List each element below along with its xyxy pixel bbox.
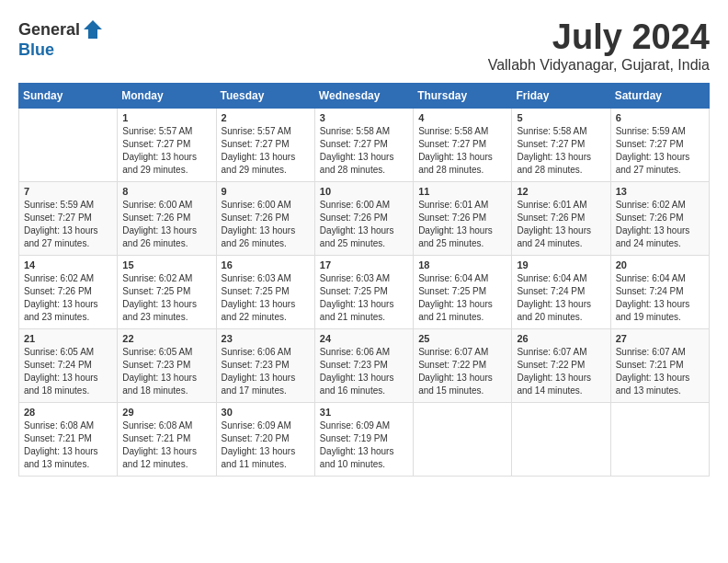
day-number: 7: [24, 186, 112, 197]
day-number: 8: [122, 186, 210, 197]
day-number: 11: [418, 186, 506, 197]
day-number: 13: [616, 186, 704, 197]
calendar-cell: 7Sunrise: 5:59 AM Sunset: 7:27 PM Daylig…: [19, 181, 118, 255]
calendar-cell: 18Sunrise: 6:04 AM Sunset: 7:25 PM Dayli…: [414, 255, 512, 328]
calendar-cell: 30Sunrise: 6:09 AM Sunset: 7:20 PM Dayli…: [216, 402, 314, 476]
calendar-cell: 25Sunrise: 6:07 AM Sunset: 7:22 PM Dayli…: [414, 328, 512, 402]
logo-general-text: General: [18, 20, 80, 40]
calendar-cell: 10Sunrise: 6:00 AM Sunset: 7:26 PM Dayli…: [314, 181, 413, 255]
calendar-cell: 19Sunrise: 6:04 AM Sunset: 7:24 PM Dayli…: [512, 255, 610, 328]
location-text: Vallabh Vidyanagar, Gujarat, India: [488, 57, 710, 74]
day-info: Sunrise: 5:59 AM Sunset: 7:27 PM Dayligh…: [616, 125, 704, 177]
calendar-cell: 23Sunrise: 6:06 AM Sunset: 7:23 PM Dayli…: [216, 328, 314, 402]
calendar-cell: 14Sunrise: 6:02 AM Sunset: 7:26 PM Dayli…: [19, 255, 118, 328]
day-info: Sunrise: 5:59 AM Sunset: 7:27 PM Dayligh…: [24, 199, 112, 250]
calendar-week-row: 7Sunrise: 5:59 AM Sunset: 7:27 PM Daylig…: [19, 181, 710, 255]
day-info: Sunrise: 5:58 AM Sunset: 7:27 PM Dayligh…: [418, 125, 506, 177]
column-header-wednesday: Wednesday: [314, 83, 413, 108]
day-number: 3: [320, 112, 408, 123]
day-number: 24: [320, 333, 408, 344]
logo: General Blue: [18, 18, 104, 60]
day-number: 6: [616, 112, 704, 123]
calendar-cell: [610, 402, 709, 476]
day-info: Sunrise: 6:04 AM Sunset: 7:24 PM Dayligh…: [616, 272, 704, 324]
calendar-table: SundayMondayTuesdayWednesdayThursdayFrid…: [18, 83, 710, 477]
page-header: General Blue July 2024 Vallabh Vidyanaga…: [18, 18, 710, 74]
day-number: 17: [320, 259, 408, 270]
day-number: 9: [222, 186, 310, 197]
calendar-cell: 8Sunrise: 6:00 AM Sunset: 7:26 PM Daylig…: [118, 181, 216, 255]
calendar-cell: 2Sunrise: 5:57 AM Sunset: 7:27 PM Daylig…: [216, 108, 314, 181]
day-number: 14: [24, 259, 112, 270]
calendar-cell: [19, 108, 118, 181]
day-number: 28: [24, 407, 112, 418]
day-number: 2: [222, 112, 310, 123]
calendar-cell: 22Sunrise: 6:05 AM Sunset: 7:23 PM Dayli…: [118, 328, 216, 402]
day-info: Sunrise: 6:02 AM Sunset: 7:25 PM Dayligh…: [122, 272, 210, 324]
day-info: Sunrise: 6:07 AM Sunset: 7:22 PM Dayligh…: [418, 346, 506, 397]
day-info: Sunrise: 5:58 AM Sunset: 7:27 PM Dayligh…: [320, 125, 408, 177]
day-info: Sunrise: 6:00 AM Sunset: 7:26 PM Dayligh…: [122, 199, 210, 250]
day-info: Sunrise: 6:07 AM Sunset: 7:21 PM Dayligh…: [616, 346, 704, 397]
calendar-cell: [512, 402, 610, 476]
day-number: 29: [122, 407, 210, 418]
calendar-week-row: 28Sunrise: 6:08 AM Sunset: 7:21 PM Dayli…: [19, 402, 710, 476]
calendar-cell: 15Sunrise: 6:02 AM Sunset: 7:25 PM Dayli…: [118, 255, 216, 328]
day-number: 27: [616, 333, 704, 344]
day-number: 30: [222, 407, 310, 418]
calendar-cell: 11Sunrise: 6:01 AM Sunset: 7:26 PM Dayli…: [414, 181, 512, 255]
day-info: Sunrise: 5:58 AM Sunset: 7:27 PM Dayligh…: [517, 125, 605, 177]
day-info: Sunrise: 6:01 AM Sunset: 7:26 PM Dayligh…: [517, 199, 605, 250]
day-number: 20: [616, 259, 704, 270]
day-number: 23: [222, 333, 310, 344]
day-info: Sunrise: 6:03 AM Sunset: 7:25 PM Dayligh…: [320, 272, 408, 324]
day-info: Sunrise: 6:02 AM Sunset: 7:26 PM Dayligh…: [24, 272, 112, 324]
calendar-cell: 27Sunrise: 6:07 AM Sunset: 7:21 PM Dayli…: [610, 328, 709, 402]
calendar-cell: 1Sunrise: 5:57 AM Sunset: 7:27 PM Daylig…: [118, 108, 216, 181]
calendar-week-row: 14Sunrise: 6:02 AM Sunset: 7:26 PM Dayli…: [19, 255, 710, 328]
day-info: Sunrise: 6:03 AM Sunset: 7:25 PM Dayligh…: [222, 272, 310, 324]
day-info: Sunrise: 6:08 AM Sunset: 7:21 PM Dayligh…: [24, 419, 112, 471]
column-header-saturday: Saturday: [610, 83, 709, 108]
day-info: Sunrise: 6:00 AM Sunset: 7:26 PM Dayligh…: [222, 199, 310, 250]
day-info: Sunrise: 6:09 AM Sunset: 7:20 PM Dayligh…: [222, 419, 310, 471]
day-info: Sunrise: 6:05 AM Sunset: 7:23 PM Dayligh…: [122, 346, 210, 397]
column-header-sunday: Sunday: [19, 83, 118, 108]
day-number: 21: [24, 333, 112, 344]
day-number: 26: [517, 333, 605, 344]
day-info: Sunrise: 6:00 AM Sunset: 7:26 PM Dayligh…: [320, 199, 408, 250]
calendar-cell: 3Sunrise: 5:58 AM Sunset: 7:27 PM Daylig…: [314, 108, 413, 181]
calendar-week-row: 21Sunrise: 6:05 AM Sunset: 7:24 PM Dayli…: [19, 328, 710, 402]
day-info: Sunrise: 6:02 AM Sunset: 7:26 PM Dayligh…: [616, 199, 704, 250]
calendar-cell: 26Sunrise: 6:07 AM Sunset: 7:22 PM Dayli…: [512, 328, 610, 402]
day-info: Sunrise: 5:57 AM Sunset: 7:27 PM Dayligh…: [122, 125, 210, 177]
svg-marker-0: [84, 20, 102, 39]
day-info: Sunrise: 6:04 AM Sunset: 7:25 PM Dayligh…: [418, 272, 506, 324]
calendar-cell: 21Sunrise: 6:05 AM Sunset: 7:24 PM Dayli…: [19, 328, 118, 402]
day-number: 5: [517, 112, 605, 123]
month-title: July 2024: [488, 18, 710, 57]
day-number: 15: [122, 259, 210, 270]
day-number: 18: [418, 259, 506, 270]
day-number: 16: [222, 259, 310, 270]
day-info: Sunrise: 6:05 AM Sunset: 7:24 PM Dayligh…: [24, 346, 112, 397]
day-number: 1: [122, 112, 210, 123]
day-info: Sunrise: 6:06 AM Sunset: 7:23 PM Dayligh…: [320, 346, 408, 397]
day-info: Sunrise: 6:06 AM Sunset: 7:23 PM Dayligh…: [222, 346, 310, 397]
day-info: Sunrise: 6:01 AM Sunset: 7:26 PM Dayligh…: [418, 199, 506, 250]
day-info: Sunrise: 6:07 AM Sunset: 7:22 PM Dayligh…: [517, 346, 605, 397]
title-section: July 2024 Vallabh Vidyanagar, Gujarat, I…: [488, 18, 710, 74]
logo-blue-text: Blue: [18, 40, 54, 60]
calendar-cell: 28Sunrise: 6:08 AM Sunset: 7:21 PM Dayli…: [19, 402, 118, 476]
day-info: Sunrise: 5:57 AM Sunset: 7:27 PM Dayligh…: [222, 125, 310, 177]
column-header-thursday: Thursday: [414, 83, 512, 108]
calendar-header-row: SundayMondayTuesdayWednesdayThursdayFrid…: [19, 83, 710, 108]
calendar-cell: [414, 402, 512, 476]
calendar-cell: 17Sunrise: 6:03 AM Sunset: 7:25 PM Dayli…: [314, 255, 413, 328]
day-number: 25: [418, 333, 506, 344]
calendar-cell: 20Sunrise: 6:04 AM Sunset: 7:24 PM Dayli…: [610, 255, 709, 328]
calendar-week-row: 1Sunrise: 5:57 AM Sunset: 7:27 PM Daylig…: [19, 108, 710, 181]
day-info: Sunrise: 6:04 AM Sunset: 7:24 PM Dayligh…: [517, 272, 605, 324]
calendar-cell: 4Sunrise: 5:58 AM Sunset: 7:27 PM Daylig…: [414, 108, 512, 181]
column-header-monday: Monday: [118, 83, 216, 108]
